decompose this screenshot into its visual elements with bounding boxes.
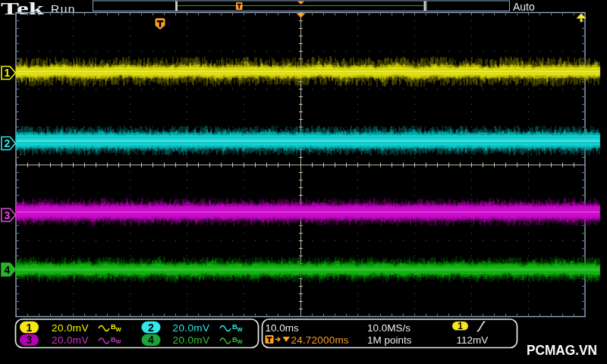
svg-text:W: W bbox=[237, 326, 244, 333]
svg-text:1: 1 bbox=[5, 67, 11, 79]
svg-text:1: 1 bbox=[27, 322, 33, 334]
svg-text:20.0mV: 20.0mV bbox=[173, 334, 210, 346]
svg-text:10.0ms: 10.0ms bbox=[266, 322, 300, 334]
svg-text:2: 2 bbox=[5, 137, 11, 149]
svg-text:W: W bbox=[116, 338, 122, 345]
svg-text:3: 3 bbox=[5, 209, 11, 221]
svg-text:4: 4 bbox=[5, 264, 11, 276]
svg-text:4: 4 bbox=[148, 334, 154, 346]
svg-text:20.0mV: 20.0mV bbox=[52, 322, 89, 334]
svg-text:112mV: 112mV bbox=[457, 334, 489, 346]
svg-text:Auto: Auto bbox=[513, 1, 535, 13]
svg-text:20.0mV: 20.0mV bbox=[52, 334, 89, 346]
svg-text:20.0mV: 20.0mV bbox=[173, 322, 210, 334]
svg-text:1: 1 bbox=[458, 321, 463, 331]
svg-text:3: 3 bbox=[27, 334, 33, 346]
svg-text:W: W bbox=[116, 326, 122, 333]
svg-text:Tek: Tek bbox=[1, 0, 44, 18]
svg-text:2: 2 bbox=[148, 322, 154, 334]
svg-text:W: W bbox=[237, 338, 244, 345]
svg-text:PCMAG.VN: PCMAG.VN bbox=[527, 343, 597, 358]
svg-text:24.72000ms: 24.72000ms bbox=[291, 334, 349, 346]
svg-text:10.0MS/s: 10.0MS/s bbox=[367, 322, 410, 334]
svg-text:1M points: 1M points bbox=[367, 334, 412, 346]
